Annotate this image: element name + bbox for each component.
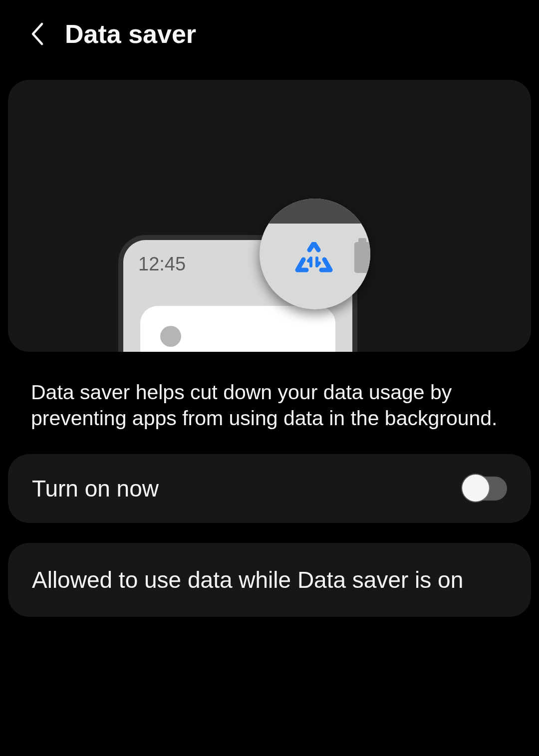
chevron-left-icon — [30, 22, 44, 46]
description-text: Data saver helps cut down your data usag… — [0, 352, 539, 454]
data-saver-icon — [294, 242, 333, 277]
header: Data saver — [0, 0, 539, 69]
magnifier-topbar — [260, 199, 370, 224]
page-title: Data saver — [65, 19, 196, 49]
allowed-apps-label: Allowed to use data while Data saver is … — [32, 564, 507, 596]
phone-time-label: 12:45 — [138, 253, 186, 275]
toggle-thumb-icon — [462, 475, 489, 502]
turn-on-now-row[interactable]: Turn on now — [8, 454, 531, 523]
back-button[interactable] — [30, 22, 44, 46]
magnifier-circle — [260, 199, 370, 309]
battery-icon — [354, 242, 370, 273]
notification-dot-icon — [160, 326, 181, 347]
turn-on-now-label: Turn on now — [32, 475, 159, 502]
allowed-apps-row[interactable]: Allowed to use data while Data saver is … — [8, 543, 531, 617]
illustration-card: 12:45 — [8, 80, 531, 352]
phone-notification-card — [140, 306, 335, 352]
turn-on-now-toggle[interactable] — [463, 477, 507, 501]
